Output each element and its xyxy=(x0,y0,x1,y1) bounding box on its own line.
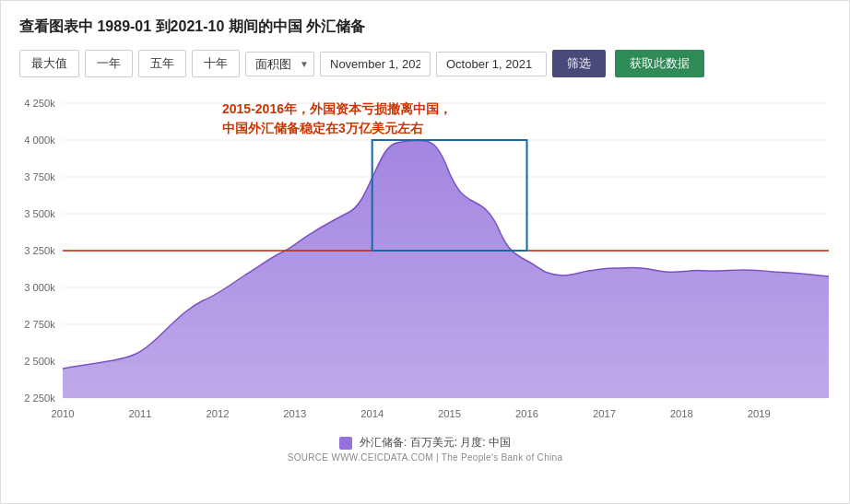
toolbar: 最大值 一年 五年 十年 面积图 折线图 柱状图 ▼ 筛选 获取此数据 xyxy=(19,50,831,77)
svg-text:2016: 2016 xyxy=(515,408,538,419)
svg-text:2 750k: 2 750k xyxy=(24,319,55,330)
start-date-input[interactable] xyxy=(320,52,431,76)
source-text: SOURCE WWW.CEICDATA.COM | The People's B… xyxy=(19,452,831,463)
legend-label: 外汇储备: 百万美元: 月度: 中国 xyxy=(360,435,511,451)
svg-text:2018: 2018 xyxy=(670,408,693,419)
svg-text:2 500k: 2 500k xyxy=(24,356,55,367)
end-date-input[interactable] xyxy=(436,52,547,76)
legend-swatch xyxy=(339,437,352,450)
page-title: 查看图表中 1989-01 到2021-10 期间的中国 外汇储备 xyxy=(19,18,831,37)
svg-text:2010: 2010 xyxy=(52,408,75,419)
one-year-button[interactable]: 一年 xyxy=(85,50,133,77)
svg-text:2 250k: 2 250k xyxy=(24,393,55,404)
svg-text:3 500k: 3 500k xyxy=(24,208,55,219)
five-year-button[interactable]: 五年 xyxy=(138,50,186,77)
chart-svg: 4 250k 4 000k 3 750k 3 500k 3 250k 3 000… xyxy=(19,90,831,431)
svg-text:4 000k: 4 000k xyxy=(24,135,55,146)
svg-text:4 250k: 4 250k xyxy=(24,98,55,109)
main-container: 查看图表中 1989-01 到2021-10 期间的中国 外汇储备 最大值 一年… xyxy=(0,0,850,504)
legend-area: 外汇储备: 百万美元: 月度: 中国 xyxy=(19,435,831,451)
ten-year-button[interactable]: 十年 xyxy=(192,50,240,77)
svg-text:3 250k: 3 250k xyxy=(24,245,55,256)
svg-text:2013: 2013 xyxy=(283,408,306,419)
svg-text:3 750k: 3 750k xyxy=(24,171,55,182)
svg-text:2019: 2019 xyxy=(748,408,771,419)
svg-text:2012: 2012 xyxy=(206,408,229,419)
chart-area: 2015-2016年，外国资本亏损撤离中国， 中国外汇储备稳定在3万亿美元左右 … xyxy=(19,90,831,431)
max-button[interactable]: 最大值 xyxy=(19,50,79,77)
svg-text:3 000k: 3 000k xyxy=(24,282,55,293)
svg-text:2014: 2014 xyxy=(360,408,384,419)
get-data-button[interactable]: 获取此数据 xyxy=(615,50,704,77)
svg-text:2017: 2017 xyxy=(593,408,616,419)
filter-button[interactable]: 筛选 xyxy=(552,50,606,77)
chart-type-select[interactable]: 面积图 折线图 柱状图 xyxy=(245,52,314,76)
chart-type-wrapper: 面积图 折线图 柱状图 ▼ xyxy=(245,52,314,76)
svg-text:2011: 2011 xyxy=(128,408,151,419)
svg-text:2015: 2015 xyxy=(438,408,461,419)
